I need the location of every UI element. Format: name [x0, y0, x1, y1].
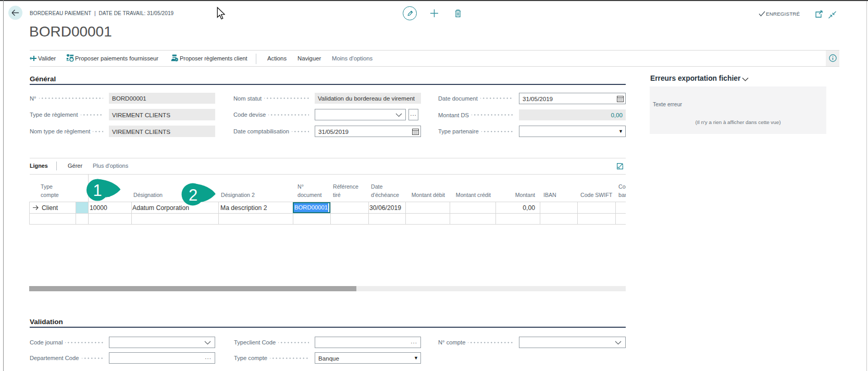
svg-text:2: 2 — [189, 186, 197, 204]
svg-text:1: 1 — [93, 181, 102, 200]
